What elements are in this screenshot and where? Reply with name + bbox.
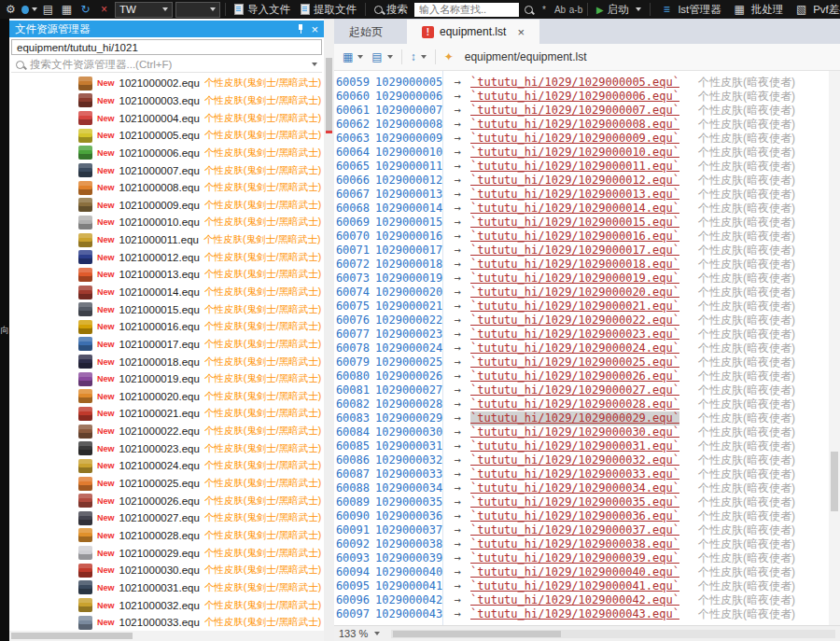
- file-list-item[interactable]: New 1021000018.equ 个性皮肤(鬼剑士/黑暗武士): [9, 353, 324, 370]
- item-path-link[interactable]: `tututu_hi/1029/1029000031.equ`: [470, 439, 679, 453]
- item-path-link[interactable]: `tututu_hi/1029/1029000018.equ`: [470, 258, 679, 272]
- item-path-link[interactable]: `tututu_hi/1029/1029000017.equ`: [470, 244, 679, 258]
- sort-dropdown[interactable]: ↕: [408, 49, 429, 65]
- item-path-link[interactable]: `tututu_hi/1029/1029000041.equ`: [470, 579, 679, 593]
- lst-row[interactable]: 60059 1029000005 → `tututu_hi/1029/10290…: [334, 76, 829, 90]
- item-path-link[interactable]: `tututu_hi/1029/1029000036.equ`: [470, 509, 679, 523]
- lst-row[interactable]: 60088 1029000034 → `tututu_hi/1029/10290…: [334, 481, 829, 495]
- hscrollbar-thumb[interactable]: [393, 631, 561, 637]
- item-path-link[interactable]: `tututu_hi/1029/1029000025.equ`: [470, 355, 679, 369]
- lst-row[interactable]: 60081 1029000027 → `tututu_hi/1029/10290…: [334, 383, 829, 397]
- item-path-link[interactable]: `tututu_hi/1029/1029000011.equ`: [470, 160, 679, 174]
- lst-row[interactable]: 60097 1029000043 → `tututu_hi/1029/10290…: [334, 607, 829, 621]
- vscrollbar-thumb[interactable]: [831, 452, 838, 511]
- save-icon[interactable]: ▦: [59, 2, 75, 17]
- lst-row[interactable]: 60066 1029000012 → `tututu_hi/1029/10290…: [334, 174, 829, 188]
- table-view-dropdown[interactable]: ▦: [340, 49, 366, 65]
- lst-row[interactable]: 60072 1029000018 → `tututu_hi/1029/10290…: [334, 258, 829, 272]
- tab-equipment-lst[interactable]: ! equipment.lst ×: [407, 20, 539, 44]
- whole-word-toggle-icon[interactable]: a-b: [569, 2, 582, 17]
- file-list-item[interactable]: New 1021000017.equ 个性皮肤(鬼剑士/黑暗武士): [9, 336, 324, 354]
- lst-row[interactable]: 60076 1029000022 → `tututu_hi/1029/10290…: [334, 314, 829, 327]
- tw-region-select[interactable]: TW: [115, 2, 173, 18]
- editor-hscrollbar[interactable]: [391, 630, 835, 638]
- lst-row[interactable]: 60089 1029000035 → `tututu_hi/1029/10290…: [334, 495, 829, 509]
- hscrollbar-thumb[interactable]: [11, 633, 133, 639]
- lst-row[interactable]: 60082 1029000028 → `tututu_hi/1029/10290…: [334, 397, 829, 411]
- item-path-link[interactable]: `tututu_hi/1029/1029000040.equ`: [470, 565, 679, 579]
- item-path-link[interactable]: `tututu_hi/1029/1029000038.equ`: [470, 537, 679, 551]
- item-path-link[interactable]: `tututu_hi/1029/1029000016.equ`: [470, 230, 679, 244]
- item-path-link[interactable]: `tututu_hi/1029/1029000015.equ`: [470, 216, 679, 230]
- item-path-link[interactable]: `tututu_hi/1029/1029000029.equ`: [470, 411, 679, 425]
- item-path-link[interactable]: `tututu_hi/1029/1029000014.equ`: [470, 202, 679, 216]
- file-list-item[interactable]: New 1021000029.equ 个性皮肤(鬼剑士/黑暗武士): [9, 544, 324, 562]
- file-list-item[interactable]: New 1021000005.equ 个性皮肤(鬼剑士/黑暗武士): [9, 127, 324, 145]
- item-path-link[interactable]: `tututu_hi/1029/1029000009.equ`: [470, 132, 679, 146]
- find-input[interactable]: [417, 3, 516, 16]
- item-path-link[interactable]: `tututu_hi/1029/1029000035.equ`: [470, 495, 679, 509]
- file-list-item[interactable]: New 1021000026.equ 个性皮肤(鬼剑士/黑暗武士): [9, 492, 324, 509]
- refresh-icon[interactable]: ↻: [77, 2, 93, 17]
- item-path-link[interactable]: `tututu_hi/1029/1029000005.equ`: [470, 76, 679, 90]
- extract-file-button[interactable]: 提取文件: [297, 1, 360, 18]
- file-list-item[interactable]: New 1021000030.equ 个性皮肤(鬼剑士/黑暗武士): [9, 562, 324, 579]
- lst-row[interactable]: 60067 1029000013 → `tututu_hi/1029/10290…: [334, 188, 829, 202]
- lst-row[interactable]: 60090 1029000036 → `tututu_hi/1029/10290…: [334, 509, 829, 523]
- item-path-link[interactable]: `tututu_hi/1029/1029000008.equ`: [470, 118, 679, 132]
- secondary-select[interactable]: [175, 2, 220, 18]
- item-path-link[interactable]: `tututu_hi/1029/1029000043.equ`: [470, 607, 679, 621]
- connection-dropdown[interactable]: [21, 2, 37, 17]
- item-path-link[interactable]: `tututu_hi/1029/1029000033.equ`: [470, 467, 679, 481]
- item-path-link[interactable]: `tututu_hi/1029/1029000022.equ`: [470, 314, 679, 327]
- lst-row[interactable]: 60077 1029000023 → `tututu_hi/1029/10290…: [334, 327, 829, 341]
- item-path-link[interactable]: `tututu_hi/1029/1029000030.equ`: [470, 425, 679, 439]
- file-list-item[interactable]: New 1021000012.equ 个性皮肤(鬼剑士/黑暗武士): [9, 248, 324, 266]
- lst-row[interactable]: 60065 1029000011 → `tututu_hi/1029/10290…: [334, 160, 829, 174]
- lst-row[interactable]: 60064 1029000010 → `tututu_hi/1029/10290…: [334, 146, 829, 160]
- file-list-item[interactable]: New 1021000023.equ 个性皮肤(鬼剑士/黑暗武士): [9, 439, 324, 457]
- lst-row[interactable]: 60070 1029000016 → `tututu_hi/1029/10290…: [334, 230, 829, 244]
- lst-manager-button[interactable]: ≡lst管理器: [655, 1, 725, 18]
- file-list-item[interactable]: New 1021000007.equ 个性皮肤(鬼剑士/黑暗武士): [9, 161, 324, 179]
- item-path-link[interactable]: `tututu_hi/1029/1029000021.equ`: [470, 300, 679, 314]
- lst-row[interactable]: 60079 1029000025 → `tututu_hi/1029/10290…: [334, 355, 829, 369]
- lst-row[interactable]: 60074 1029000020 → `tututu_hi/1029/10290…: [334, 286, 829, 300]
- lst-row[interactable]: 60096 1029000042 → `tututu_hi/1029/10290…: [334, 593, 829, 607]
- regex-toggle-icon[interactable]: *: [538, 2, 551, 17]
- file-list-item[interactable]: New 1021000013.equ 个性皮肤(鬼剑士/黑暗武士): [9, 266, 324, 284]
- launch-button[interactable]: ▶启动: [593, 1, 645, 18]
- lst-row[interactable]: 60068 1029000014 → `tututu_hi/1029/10290…: [334, 202, 829, 216]
- new-file-icon[interactable]: ▤: [40, 2, 56, 17]
- file-list-item[interactable]: New 1021000006.equ 个性皮肤(鬼剑士/黑暗武士): [9, 145, 324, 162]
- tab-close-icon[interactable]: ×: [517, 26, 525, 38]
- item-path-link[interactable]: `tututu_hi/1029/1029000037.equ`: [470, 523, 679, 537]
- lst-row[interactable]: 60073 1029000019 → `tututu_hi/1029/10290…: [334, 272, 829, 286]
- explorer-path-input[interactable]: equipment/tututu_hi/1021: [11, 39, 322, 55]
- file-list-item[interactable]: New 1021000021.equ 个性皮肤(鬼剑士/黑暗武士): [9, 405, 324, 423]
- file-list-item[interactable]: New 1021000019.equ 个性皮肤(鬼剑士/黑暗武士): [9, 370, 324, 388]
- item-path-link[interactable]: `tututu_hi/1029/1029000024.equ`: [470, 341, 679, 355]
- item-path-link[interactable]: `tututu_hi/1029/1029000019.equ`: [470, 272, 679, 286]
- lst-row[interactable]: 60063 1029000009 → `tututu_hi/1029/10290…: [334, 132, 829, 146]
- lst-row[interactable]: 60084 1029000030 → `tututu_hi/1029/10290…: [334, 425, 829, 439]
- file-list-item[interactable]: New 1021000032.equ 个性皮肤(鬼剑士/黑暗武士): [9, 596, 324, 614]
- file-list-item[interactable]: New 1021000010.equ 个性皮肤(鬼剑士/黑暗武士): [9, 214, 324, 231]
- lst-row[interactable]: 60095 1029000041 → `tututu_hi/1029/10290…: [334, 579, 829, 593]
- file-list-item[interactable]: New 1021000014.equ 个性皮肤(鬼剑士/黑暗武士): [9, 284, 324, 301]
- quick-action-button[interactable]: ✦: [441, 49, 456, 65]
- item-path-link[interactable]: `tututu_hi/1029/1029000042.equ`: [470, 593, 679, 607]
- file-list-item[interactable]: New 1021000031.equ 个性皮肤(鬼剑士/黑暗武士): [9, 579, 324, 597]
- file-list-item[interactable]: New 1021000015.equ 个性皮肤(鬼剑士/黑暗武士): [9, 300, 324, 318]
- item-path-link[interactable]: `tututu_hi/1029/1029000020.equ`: [470, 286, 679, 300]
- file-list-item[interactable]: New 1021000027.equ 个性皮肤(鬼剑士/黑暗武士): [9, 509, 324, 527]
- item-path-link[interactable]: `tututu_hi/1029/1029000027.equ`: [470, 383, 679, 397]
- item-path-link[interactable]: `tututu_hi/1029/1029000028.equ`: [470, 397, 679, 411]
- lst-row[interactable]: 60094 1029000040 → `tututu_hi/1029/10290…: [334, 565, 829, 579]
- vscrollbar-thumb[interactable]: [326, 58, 332, 132]
- pvf-diff-button[interactable]: ▧Pvf差异比较器: [790, 1, 840, 18]
- lst-row[interactable]: 60091 1029000037 → `tututu_hi/1029/10290…: [334, 523, 829, 537]
- lst-row[interactable]: 60060 1029000006 → `tututu_hi/1029/10290…: [334, 90, 829, 104]
- file-list-item[interactable]: New 1021000020.equ 个性皮肤(鬼剑士/黑暗武士): [9, 388, 324, 406]
- zoom-level[interactable]: 133 %: [339, 628, 368, 639]
